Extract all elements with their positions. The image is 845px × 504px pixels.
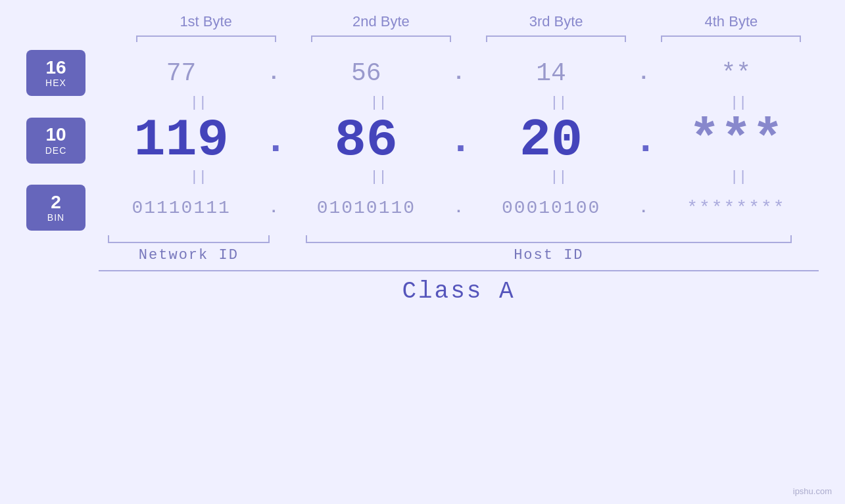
bottom-labels: Network ID Host ID xyxy=(99,247,819,263)
hex-values: 77 . 56 . 14 . ** xyxy=(99,59,819,87)
eq-2-b3: || xyxy=(479,170,639,185)
byte3-header: 3rd Byte xyxy=(469,13,644,30)
dec-label: DEC xyxy=(45,145,67,156)
main-container: 1st Byte 2nd Byte 3rd Byte 4th Byte 16 H… xyxy=(0,0,845,504)
byte4-header: 4th Byte xyxy=(644,13,819,30)
hex-label: HEX xyxy=(45,78,66,88)
dec-b1: 119 xyxy=(99,110,264,170)
eq-2-b2: || xyxy=(299,170,459,185)
bin-dot1: . xyxy=(264,199,283,217)
dec-b4: *** xyxy=(654,110,819,170)
host-bracket xyxy=(279,234,819,243)
bracket-4 xyxy=(644,35,819,43)
bin-b1: 01110111 xyxy=(99,198,264,218)
host-id-label: Host ID xyxy=(279,247,819,263)
bracket-2 xyxy=(293,35,468,43)
hex-row: 16 HEX 77 . 56 . 14 . ** xyxy=(26,50,819,96)
class-divider xyxy=(99,270,819,271)
top-brackets xyxy=(26,35,819,43)
hex-dot2: . xyxy=(449,61,469,85)
bin-row: 2 BIN 01110111 . 01010110 . 00010100 . *… xyxy=(26,185,819,231)
dec-number: 10 xyxy=(45,125,66,145)
bin-values: 01110111 . 01010110 . 00010100 . *******… xyxy=(99,198,819,218)
dec-dot3: . xyxy=(634,118,654,163)
eq-2-b4: || xyxy=(658,170,819,185)
byte2-header: 2nd Byte xyxy=(293,13,468,30)
bracket-3 xyxy=(469,35,644,43)
equals-row-1: || || || || xyxy=(26,96,819,110)
eq-1-b1: || xyxy=(118,96,279,110)
network-id-label: Network ID xyxy=(99,247,279,263)
eq-1-b3: || xyxy=(479,96,639,110)
dec-values: 119 . 86 . 20 . *** xyxy=(99,110,819,170)
network-bracket xyxy=(99,234,279,243)
hex-number: 16 xyxy=(45,58,66,78)
bin-badge: 2 BIN xyxy=(26,185,85,231)
hex-b2: 56 xyxy=(283,59,448,87)
watermark: ipshu.com xyxy=(793,486,832,496)
bin-dot3: . xyxy=(634,199,654,217)
dec-b3: 20 xyxy=(469,110,634,170)
eq-2-b1: || xyxy=(118,170,279,185)
byte-headers: 1st Byte 2nd Byte 3rd Byte 4th Byte xyxy=(26,13,819,30)
bottom-brackets xyxy=(99,234,819,243)
bin-number: 2 xyxy=(51,193,61,213)
equals-row-2: || || || || xyxy=(26,170,819,185)
bottom-section: Network ID Host ID xyxy=(26,234,819,263)
dec-badge: 10 DEC xyxy=(26,118,85,164)
hex-b3: 14 xyxy=(469,59,634,87)
dec-b2: 86 xyxy=(283,110,448,170)
class-label: Class A xyxy=(99,278,819,305)
dec-dot2: . xyxy=(449,118,469,163)
hex-dot1: . xyxy=(264,61,283,85)
hex-b1: 77 xyxy=(99,59,264,87)
bin-b3: 00010100 xyxy=(469,198,634,218)
bin-label: BIN xyxy=(47,212,64,223)
hex-dot3: . xyxy=(634,61,654,85)
bracket-1 xyxy=(118,35,293,43)
eq-1-b4: || xyxy=(658,96,819,110)
dec-dot1: . xyxy=(264,118,283,163)
bin-dot2: . xyxy=(449,199,469,217)
dec-row: 10 DEC 119 . 86 . 20 . *** xyxy=(26,110,819,170)
hex-b4: ** xyxy=(654,59,819,87)
class-section: Class A xyxy=(26,270,819,305)
bin-b4: ******** xyxy=(654,198,819,218)
eq-1-b2: || xyxy=(299,96,459,110)
hex-badge: 16 HEX xyxy=(26,50,85,96)
byte1-header: 1st Byte xyxy=(118,13,293,30)
bin-b2: 01010110 xyxy=(283,198,448,218)
